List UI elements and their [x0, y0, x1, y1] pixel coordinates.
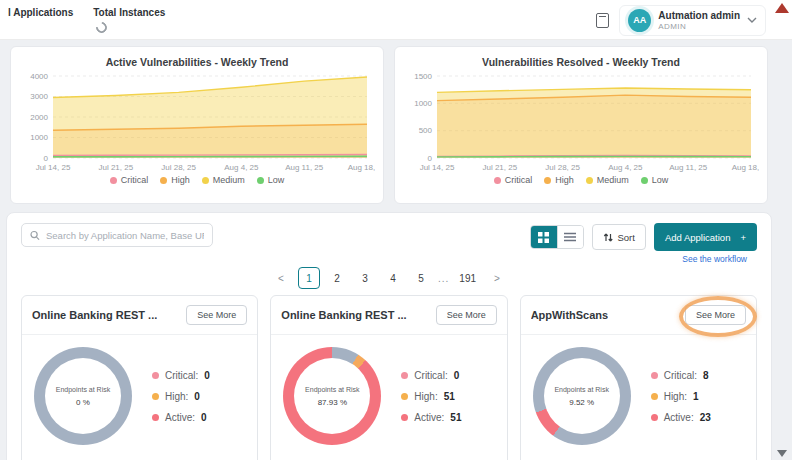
pagination-page-5[interactable]: 5 — [410, 267, 432, 289]
endpoints-donut: Endpoints at Risk 87.93 % — [283, 347, 381, 445]
see-more-button[interactable]: See More — [436, 305, 497, 325]
scan-device-icon[interactable] — [596, 13, 609, 28]
stat-critical: Critical:8 — [651, 370, 711, 381]
endpoints-donut: Endpoints at Risk 9.52 % — [533, 347, 631, 445]
active-dot-icon — [401, 414, 408, 421]
stat-value: 0 — [194, 391, 200, 402]
svg-text:500: 500 — [419, 126, 433, 135]
svg-text:4000: 4000 — [30, 72, 48, 81]
legend-item-high: High — [160, 175, 190, 185]
pagination-next-button[interactable]: > — [486, 267, 508, 289]
charts-row: Active Vulnerabilities - Weekly Trend 40… — [10, 46, 768, 204]
search-icon — [30, 230, 40, 241]
stat-active: Active:23 — [651, 412, 711, 423]
list-view-icon — [564, 232, 576, 242]
legend-label: Medium — [213, 175, 245, 185]
loading-spinner-icon — [94, 20, 109, 35]
svg-text:Jul 28, 25: Jul 28, 25 — [161, 163, 196, 172]
svg-text:1000: 1000 — [414, 99, 432, 108]
active-dot-icon — [152, 414, 159, 421]
svg-text:1500: 1500 — [414, 72, 432, 81]
legend-label: Medium — [597, 175, 629, 185]
stat-active: Active:0 — [152, 412, 210, 423]
chart-legend: Critical High Medium Low — [110, 175, 285, 185]
search-input[interactable] — [46, 230, 204, 241]
pagination: < 1 2 3 4 5 ... 191 > — [21, 267, 757, 289]
stat-value: 8 — [703, 370, 709, 381]
application-name: Online Banking REST ... — [281, 309, 406, 321]
legend-label: Critical — [505, 175, 533, 185]
donut-label: Endpoints at Risk — [56, 386, 110, 393]
legend-dot-high — [160, 177, 167, 184]
user-name: Autmation admin — [658, 10, 740, 22]
see-more-button[interactable]: See More — [186, 305, 247, 325]
donut-percentage: 87.93 % — [318, 398, 347, 407]
svg-text:Jul 21, 25: Jul 21, 25 — [98, 163, 133, 172]
application-cards-row: Online Banking REST ... See More Endpoin… — [21, 295, 757, 460]
pagination-page-2[interactable]: 2 — [326, 267, 348, 289]
legend-label: High — [171, 175, 190, 185]
see-the-workflow-link[interactable]: See the workflow — [682, 254, 747, 264]
legend-label: High — [555, 175, 574, 185]
stat-value: 51 — [450, 412, 461, 423]
legend-dot-medium — [586, 177, 593, 184]
svg-text:1000: 1000 — [30, 133, 48, 142]
applications-panel: Sort Add Application + See the workflow … — [6, 212, 772, 460]
active-dot-icon — [651, 414, 658, 421]
svg-text:Jul 21, 25: Jul 21, 25 — [482, 163, 517, 172]
donut-label: Endpoints at Risk — [554, 386, 608, 393]
stat-critical: Critical:0 — [401, 370, 461, 381]
risk-stats: Critical:0 High:51 Active:51 — [401, 370, 461, 423]
grid-view-button[interactable] — [531, 226, 557, 248]
svg-text:3000: 3000 — [30, 92, 48, 101]
legend-dot-low — [641, 177, 648, 184]
header-user-area: AA Autmation admin ADMIN — [596, 4, 766, 36]
pagination-prev-button[interactable]: < — [270, 267, 292, 289]
sort-button[interactable]: Sort — [592, 224, 646, 250]
stat-label: Active: — [664, 412, 694, 423]
user-menu[interactable]: AA Autmation admin ADMIN — [619, 5, 766, 36]
svg-text:Aug 4, 25: Aug 4, 25 — [608, 163, 643, 172]
legend-dot-medium — [202, 177, 209, 184]
add-application-button[interactable]: Add Application + — [654, 223, 757, 251]
chart-title: Vulnerabilities Resolved - Weekly Trend — [482, 56, 680, 68]
stat-value: 1 — [693, 391, 699, 402]
stat-label: Critical: — [664, 370, 697, 381]
svg-text:Aug 4, 25: Aug 4, 25 — [224, 163, 259, 172]
pagination-page-191[interactable]: 191 — [455, 267, 480, 289]
svg-text:0: 0 — [44, 154, 49, 163]
stat-label: Active: — [165, 412, 195, 423]
legend-dot-critical — [494, 177, 501, 184]
legend-dot-high — [544, 177, 551, 184]
legend-dot-critical — [110, 177, 117, 184]
stat-high: High:1 — [651, 391, 711, 402]
legend-dot-low — [257, 177, 264, 184]
legend-item-low: Low — [641, 175, 669, 185]
pagination-page-1[interactable]: 1 — [298, 267, 320, 289]
stat-label: Critical: — [414, 370, 447, 381]
search-box[interactable] — [21, 223, 213, 247]
svg-text:Aug 11, 25: Aug 11, 25 — [669, 163, 708, 172]
application-card: AppWithScans See More Endpoints at Risk … — [520, 295, 757, 460]
legend-item-critical: Critical — [494, 175, 533, 185]
pagination-page-3[interactable]: 3 — [354, 267, 376, 289]
svg-text:Jul 14, 25: Jul 14, 25 — [420, 163, 455, 172]
see-more-button[interactable]: See More — [685, 305, 746, 325]
chart-card-active-vulnerabilities: Active Vulnerabilities - Weekly Trend 40… — [10, 46, 384, 204]
scroll-up-arrow-icon[interactable] — [775, 3, 789, 13]
scroll-down-arrow-icon[interactable] — [777, 450, 787, 457]
chart-title: Active Vulnerabilities - Weekly Trend — [106, 56, 289, 68]
stat-value: 0 — [454, 370, 460, 381]
stat-value: 51 — [444, 391, 455, 402]
application-card: Online Banking REST ... See More Endpoin… — [21, 295, 258, 460]
application-card: Online Banking REST ... See More Endpoin… — [270, 295, 507, 460]
list-view-button[interactable] — [557, 226, 583, 248]
legend-item-low: Low — [257, 175, 285, 185]
legend-item-medium: Medium — [202, 175, 245, 185]
svg-text:2000: 2000 — [30, 113, 48, 122]
pagination-page-4[interactable]: 4 — [382, 267, 404, 289]
chevron-down-icon[interactable] — [747, 17, 757, 24]
svg-text:Aug 18, 25: Aug 18, 25 — [732, 163, 759, 172]
avatar[interactable]: AA — [628, 9, 651, 32]
area-chart-active: 40003000200010000Jul 14, 25Jul 21, 25Jul… — [19, 70, 375, 174]
